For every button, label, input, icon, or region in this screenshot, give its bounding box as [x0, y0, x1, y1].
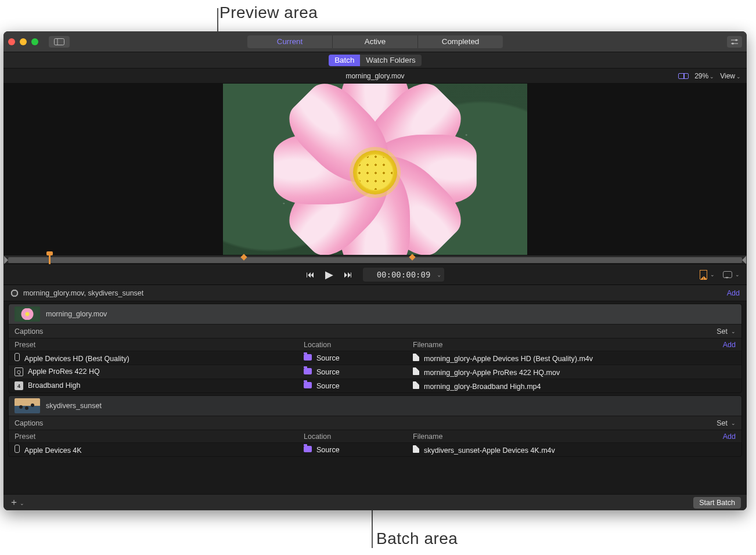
job-name: morning_glory.mov: [46, 310, 107, 318]
minimize-window-button[interactable]: [20, 38, 27, 45]
preset-cell: QApple ProRes 422 HQ: [15, 367, 304, 377]
preview-filename: morning_glory.mov: [345, 72, 404, 80]
captions-label: Captions: [15, 419, 43, 427]
titlebar: Current Active Completed: [3, 31, 747, 52]
timeline-out-handle[interactable]: [742, 256, 746, 264]
job-name: skydivers_sunset: [46, 402, 102, 410]
col-location: Location: [304, 433, 413, 441]
svg-point-5: [732, 42, 733, 44]
preview-file-bar: morning_glory.mov 29%⌄ View⌄: [3, 69, 747, 84]
subtab-batch[interactable]: Batch: [329, 55, 360, 66]
preset-row[interactable]: QApple ProRes 422 HQSourcemorning_glory-…: [9, 365, 741, 379]
svg-rect-0: [55, 38, 64, 45]
sidebar-icon: [54, 38, 64, 45]
caption-icon: [723, 271, 732, 278]
col-filename: Filename: [413, 341, 723, 349]
file-icon: [413, 367, 419, 375]
prev-frame-button[interactable]: ⏮: [306, 269, 315, 279]
zoom-dropdown[interactable]: 29%⌄: [694, 72, 714, 80]
maximize-window-button[interactable]: [31, 38, 38, 45]
file-icon: [413, 354, 419, 361]
sub-toolbar: Batch Watch Folders: [3, 52, 747, 69]
callout-batch-label: Batch area: [376, 529, 458, 548]
batch-job: skydivers_sunsetCaptionsSet⌄PresetLocati…: [8, 395, 742, 457]
location-cell: Source: [304, 446, 413, 454]
job-columns: PresetLocationFilenameAdd: [9, 338, 741, 351]
captions-set-dropdown[interactable]: Set⌄: [717, 419, 736, 427]
tab-completed[interactable]: Completed: [418, 35, 503, 48]
location-cell: Source: [304, 368, 413, 376]
timeline-in-handle[interactable]: [4, 256, 8, 264]
location-cell: Source: [304, 354, 413, 362]
timecode-field[interactable]: 00:00:00:09 ⌄: [363, 268, 444, 282]
compare-icon[interactable]: [678, 73, 689, 79]
close-window-button[interactable]: [8, 38, 15, 45]
captions-set-dropdown[interactable]: Set⌄: [717, 327, 736, 336]
preview-canvas[interactable]: [223, 84, 527, 255]
toggle-sidebar-button[interactable]: [49, 36, 70, 48]
tab-active[interactable]: Active: [333, 35, 418, 48]
preset-row[interactable]: 4Broadband HighSourcemorning_glory-Broad…: [9, 379, 741, 392]
col-location: Location: [304, 341, 413, 349]
window-controls: [8, 38, 38, 45]
batch-header: morning_glory.mov, skydivers_sunset Add: [3, 285, 747, 301]
add-job-link[interactable]: Add: [727, 289, 740, 297]
filename-cell: morning_glory-Broadband High.mp4: [413, 381, 736, 391]
filename-cell: morning_glory-Apple ProRes 422 HQ.mov: [413, 367, 736, 377]
folder-icon: [304, 354, 312, 361]
job-header[interactable]: morning_glory.mov: [9, 304, 741, 324]
preset-cell: Apple Devices 4K: [15, 445, 304, 455]
bookmark-icon: [700, 270, 707, 279]
preset-row[interactable]: Apple Devices 4KSourceskydivers_sunset-A…: [9, 442, 741, 456]
job-thumbnail: [15, 307, 40, 322]
transport-bar: ⏮ ▶ ⏭ 00:00:00:09 ⌄ ⌄ ⌄: [3, 264, 747, 285]
file-icon: [413, 381, 419, 389]
timecode-value: 00:00:00:09: [377, 270, 431, 279]
col-preset: Preset: [15, 341, 304, 349]
toggle-inspector-button[interactable]: [727, 36, 742, 48]
batch-mode-segment: Batch Watch Folders: [329, 55, 422, 66]
timeline-track[interactable]: [8, 257, 742, 263]
next-frame-button[interactable]: ⏭: [344, 269, 352, 279]
file-icon: [413, 445, 419, 453]
captions-label: Captions: [15, 327, 43, 336]
job-thumbnail: [15, 398, 40, 413]
batch-title: morning_glory.mov, skydivers_sunset: [23, 289, 143, 297]
add-preset-link[interactable]: Add: [723, 433, 736, 441]
preview-area: [3, 84, 747, 255]
callout-preview-label: Preview area: [219, 3, 318, 22]
preset-cell: Apple Devices HD (Best Quality): [15, 353, 304, 363]
subtab-watch-folders[interactable]: Watch Folders: [360, 55, 421, 66]
view-mode-segment: Current Active Completed: [247, 35, 503, 48]
filename-cell: skydivers_sunset-Apple Devices 4K.m4v: [413, 445, 736, 455]
play-button[interactable]: ▶: [325, 268, 333, 281]
markers-dropdown[interactable]: ⌄: [700, 270, 715, 279]
preset-cell: 4Broadband High: [15, 381, 304, 391]
folder-icon: [304, 368, 312, 374]
filename-cell: morning_glory-Apple Devices HD (Best Qua…: [413, 354, 736, 363]
flower-core: [353, 150, 397, 194]
col-preset: Preset: [15, 433, 304, 441]
batch-area: morning_glory.mov, skydivers_sunset Add …: [3, 285, 747, 494]
add-menu-button[interactable]: ＋⌄: [9, 496, 24, 509]
start-batch-button[interactable]: Start Batch: [693, 497, 741, 509]
batch-footer: ＋⌄ Start Batch: [3, 494, 747, 510]
captions-row: CaptionsSet⌄: [9, 324, 741, 338]
batch-gear-icon: [10, 289, 19, 297]
folder-icon: [304, 382, 312, 388]
captions-row: CaptionsSet⌄: [9, 416, 741, 430]
col-filename: Filename: [413, 433, 723, 441]
batch-job: morning_glory.movCaptionsSet⌄PresetLocat…: [8, 304, 742, 393]
view-dropdown[interactable]: View⌄: [720, 72, 741, 80]
captions-dropdown[interactable]: ⌄: [723, 271, 740, 278]
svg-point-3: [735, 39, 737, 41]
sliders-icon: [730, 38, 739, 45]
app-window: Current Active Completed Batch Watch Fol…: [3, 31, 747, 510]
add-preset-link[interactable]: Add: [723, 341, 736, 349]
timeline[interactable]: [3, 255, 747, 264]
job-header[interactable]: skydivers_sunset: [9, 396, 741, 416]
job-columns: PresetLocationFilenameAdd: [9, 430, 741, 442]
tab-current[interactable]: Current: [247, 35, 333, 48]
preset-row[interactable]: Apple Devices HD (Best Quality)Sourcemor…: [9, 351, 741, 365]
location-cell: Source: [304, 382, 413, 390]
